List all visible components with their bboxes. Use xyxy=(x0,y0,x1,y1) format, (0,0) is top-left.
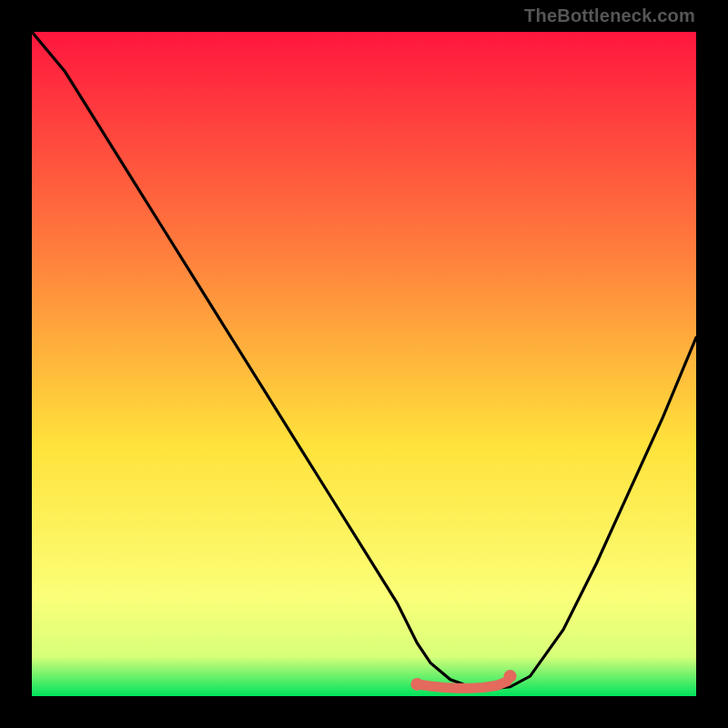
optimal-range-endpoint xyxy=(504,670,517,682)
gradient-background xyxy=(32,32,696,696)
watermark-text: TheBottleneck.com xyxy=(524,5,695,26)
chart-frame: TheBottleneck.com xyxy=(0,0,728,728)
bottleneck-chart xyxy=(32,32,696,696)
optimal-range-endpoint xyxy=(410,678,423,691)
